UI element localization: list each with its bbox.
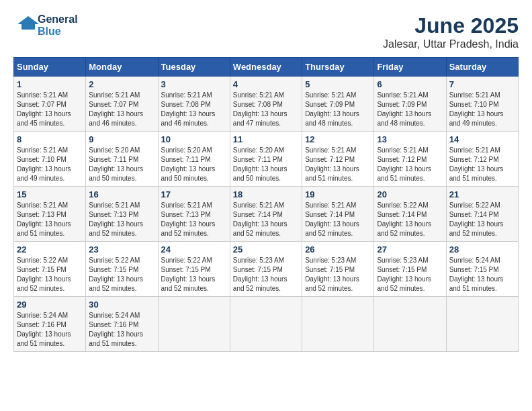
calendar-cell: 4 Sunrise: 5:21 AM Sunset: 7:08 PM Dayli… bbox=[230, 77, 302, 132]
day-info: Sunrise: 5:23 AM Sunset: 7:15 PM Dayligh… bbox=[305, 256, 371, 293]
day-number: 3 bbox=[161, 79, 227, 89]
calendar-cell: 28 Sunrise: 5:24 AM Sunset: 7:15 PM Dayl… bbox=[446, 242, 518, 297]
day-number: 22 bbox=[17, 244, 83, 255]
day-info: Sunrise: 5:21 AM Sunset: 7:08 PM Dayligh… bbox=[233, 91, 299, 128]
day-number: 17 bbox=[161, 189, 227, 199]
day-number: 26 bbox=[305, 244, 371, 255]
day-info: Sunrise: 5:24 AM Sunset: 7:15 PM Dayligh… bbox=[449, 256, 515, 293]
day-number: 28 bbox=[449, 244, 515, 255]
calendar-cell: 5 Sunrise: 5:21 AM Sunset: 7:09 PM Dayli… bbox=[302, 77, 374, 132]
day-info: Sunrise: 5:24 AM Sunset: 7:16 PM Dayligh… bbox=[17, 311, 83, 349]
calendar-cell: 3 Sunrise: 5:21 AM Sunset: 7:08 PM Dayli… bbox=[158, 77, 230, 132]
calendar-cell: 18 Sunrise: 5:21 AM Sunset: 7:14 PM Dayl… bbox=[230, 187, 302, 242]
day-info: Sunrise: 5:24 AM Sunset: 7:16 PM Dayligh… bbox=[89, 311, 154, 349]
calendar-week-4: 22 Sunrise: 5:22 AM Sunset: 7:15 PM Dayl… bbox=[14, 242, 519, 297]
calendar-cell: 24 Sunrise: 5:22 AM Sunset: 7:15 PM Dayl… bbox=[158, 242, 230, 297]
calendar-cell: 21 Sunrise: 5:22 AM Sunset: 7:14 PM Dayl… bbox=[446, 187, 518, 242]
calendar-cell: 16 Sunrise: 5:21 AM Sunset: 7:13 PM Dayl… bbox=[86, 187, 158, 242]
day-info: Sunrise: 5:21 AM Sunset: 7:12 PM Dayligh… bbox=[449, 146, 515, 183]
day-info: Sunrise: 5:21 AM Sunset: 7:09 PM Dayligh… bbox=[377, 91, 443, 128]
calendar-cell: 11 Sunrise: 5:20 AM Sunset: 7:11 PM Dayl… bbox=[230, 132, 302, 187]
day-info: Sunrise: 5:21 AM Sunset: 7:14 PM Dayligh… bbox=[233, 201, 299, 238]
day-number: 16 bbox=[89, 189, 154, 199]
calendar-cell: 1 Sunrise: 5:21 AM Sunset: 7:07 PM Dayli… bbox=[14, 77, 86, 132]
day-info: Sunrise: 5:21 AM Sunset: 7:08 PM Dayligh… bbox=[161, 91, 227, 128]
header-row: Sunday Monday Tuesday Wednesday Thursday… bbox=[14, 58, 519, 77]
calendar-week-3: 15 Sunrise: 5:21 AM Sunset: 7:13 PM Dayl… bbox=[14, 187, 519, 242]
calendar-cell: 20 Sunrise: 5:22 AM Sunset: 7:14 PM Dayl… bbox=[374, 187, 446, 242]
day-number: 29 bbox=[17, 300, 83, 310]
calendar-cell: 25 Sunrise: 5:23 AM Sunset: 7:15 PM Dayl… bbox=[230, 242, 302, 297]
day-number: 10 bbox=[161, 134, 227, 144]
day-info: Sunrise: 5:23 AM Sunset: 7:15 PM Dayligh… bbox=[377, 256, 443, 293]
calendar-week-2: 8 Sunrise: 5:21 AM Sunset: 7:10 PM Dayli… bbox=[14, 132, 519, 187]
day-info: Sunrise: 5:21 AM Sunset: 7:07 PM Dayligh… bbox=[17, 91, 83, 128]
calendar-cell: 23 Sunrise: 5:22 AM Sunset: 7:15 PM Dayl… bbox=[86, 242, 158, 297]
day-number: 13 bbox=[377, 134, 443, 144]
day-info: Sunrise: 5:20 AM Sunset: 7:11 PM Dayligh… bbox=[89, 146, 154, 183]
day-number: 8 bbox=[17, 134, 83, 144]
day-number: 9 bbox=[89, 134, 154, 144]
day-number: 5 bbox=[305, 79, 371, 89]
day-info: Sunrise: 5:21 AM Sunset: 7:12 PM Dayligh… bbox=[377, 146, 443, 183]
day-info: Sunrise: 5:21 AM Sunset: 7:13 PM Dayligh… bbox=[161, 201, 227, 238]
day-info: Sunrise: 5:21 AM Sunset: 7:10 PM Dayligh… bbox=[17, 146, 83, 183]
calendar-cell: 2 Sunrise: 5:21 AM Sunset: 7:07 PM Dayli… bbox=[86, 77, 158, 132]
col-friday: Friday bbox=[374, 58, 446, 77]
day-info: Sunrise: 5:21 AM Sunset: 7:14 PM Dayligh… bbox=[305, 201, 371, 238]
day-number: 6 bbox=[377, 79, 443, 89]
calendar-cell bbox=[302, 297, 374, 352]
day-number: 20 bbox=[377, 189, 443, 199]
calendar-cell: 17 Sunrise: 5:21 AM Sunset: 7:13 PM Dayl… bbox=[158, 187, 230, 242]
day-info: Sunrise: 5:21 AM Sunset: 7:12 PM Dayligh… bbox=[305, 146, 371, 183]
calendar-cell: 6 Sunrise: 5:21 AM Sunset: 7:09 PM Dayli… bbox=[374, 77, 446, 132]
day-info: Sunrise: 5:21 AM Sunset: 7:13 PM Dayligh… bbox=[89, 201, 154, 238]
calendar-cell: 12 Sunrise: 5:21 AM Sunset: 7:12 PM Dayl… bbox=[302, 132, 374, 187]
calendar-cell: 19 Sunrise: 5:21 AM Sunset: 7:14 PM Dayl… bbox=[302, 187, 374, 242]
day-info: Sunrise: 5:21 AM Sunset: 7:07 PM Dayligh… bbox=[89, 91, 154, 128]
calendar-cell: 9 Sunrise: 5:20 AM Sunset: 7:11 PM Dayli… bbox=[86, 132, 158, 187]
calendar-table: Sunday Monday Tuesday Wednesday Thursday… bbox=[13, 57, 519, 352]
day-info: Sunrise: 5:21 AM Sunset: 7:13 PM Dayligh… bbox=[17, 201, 83, 238]
svg-marker-0 bbox=[17, 16, 39, 30]
calendar-cell bbox=[158, 297, 230, 352]
calendar-cell: 15 Sunrise: 5:21 AM Sunset: 7:13 PM Dayl… bbox=[14, 187, 86, 242]
day-info: Sunrise: 5:21 AM Sunset: 7:10 PM Dayligh… bbox=[449, 91, 515, 128]
calendar-cell: 30 Sunrise: 5:24 AM Sunset: 7:16 PM Dayl… bbox=[86, 297, 158, 352]
month-title: June 2025 bbox=[383, 13, 519, 38]
day-number: 23 bbox=[89, 244, 154, 255]
col-sunday: Sunday bbox=[14, 58, 86, 77]
day-number: 25 bbox=[233, 244, 299, 255]
day-number: 27 bbox=[377, 244, 443, 255]
day-number: 7 bbox=[449, 79, 515, 89]
day-info: Sunrise: 5:23 AM Sunset: 7:15 PM Dayligh… bbox=[233, 256, 299, 293]
day-info: Sunrise: 5:22 AM Sunset: 7:15 PM Dayligh… bbox=[161, 256, 227, 293]
day-number: 21 bbox=[449, 189, 515, 199]
col-saturday: Saturday bbox=[446, 58, 518, 77]
calendar-cell: 7 Sunrise: 5:21 AM Sunset: 7:10 PM Dayli… bbox=[446, 77, 518, 132]
calendar-week-1: 1 Sunrise: 5:21 AM Sunset: 7:07 PM Dayli… bbox=[14, 77, 519, 132]
day-info: Sunrise: 5:22 AM Sunset: 7:14 PM Dayligh… bbox=[377, 201, 443, 238]
calendar-cell: 29 Sunrise: 5:24 AM Sunset: 7:16 PM Dayl… bbox=[14, 297, 86, 352]
day-number: 14 bbox=[449, 134, 515, 144]
day-number: 24 bbox=[161, 244, 227, 255]
day-number: 30 bbox=[89, 300, 154, 310]
calendar-cell bbox=[374, 297, 446, 352]
day-info: Sunrise: 5:22 AM Sunset: 7:15 PM Dayligh… bbox=[17, 256, 83, 293]
calendar-cell: 26 Sunrise: 5:23 AM Sunset: 7:15 PM Dayl… bbox=[302, 242, 374, 297]
day-number: 12 bbox=[305, 134, 371, 144]
col-tuesday: Tuesday bbox=[158, 58, 230, 77]
day-number: 18 bbox=[233, 189, 299, 199]
day-info: Sunrise: 5:21 AM Sunset: 7:09 PM Dayligh… bbox=[305, 91, 371, 128]
calendar-cell: 13 Sunrise: 5:21 AM Sunset: 7:12 PM Dayl… bbox=[374, 132, 446, 187]
col-thursday: Thursday bbox=[302, 58, 374, 77]
col-monday: Monday bbox=[86, 58, 158, 77]
calendar-cell: 8 Sunrise: 5:21 AM Sunset: 7:10 PM Dayli… bbox=[14, 132, 86, 187]
day-number: 11 bbox=[233, 134, 299, 144]
calendar-cell: 10 Sunrise: 5:20 AM Sunset: 7:11 PM Dayl… bbox=[158, 132, 230, 187]
calendar-week-5: 29 Sunrise: 5:24 AM Sunset: 7:16 PM Dayl… bbox=[14, 297, 519, 352]
location-title: Jalesar, Uttar Pradesh, India bbox=[383, 38, 519, 50]
calendar-cell bbox=[446, 297, 518, 352]
day-number: 15 bbox=[17, 189, 83, 199]
calendar-cell: 22 Sunrise: 5:22 AM Sunset: 7:15 PM Dayl… bbox=[14, 242, 86, 297]
